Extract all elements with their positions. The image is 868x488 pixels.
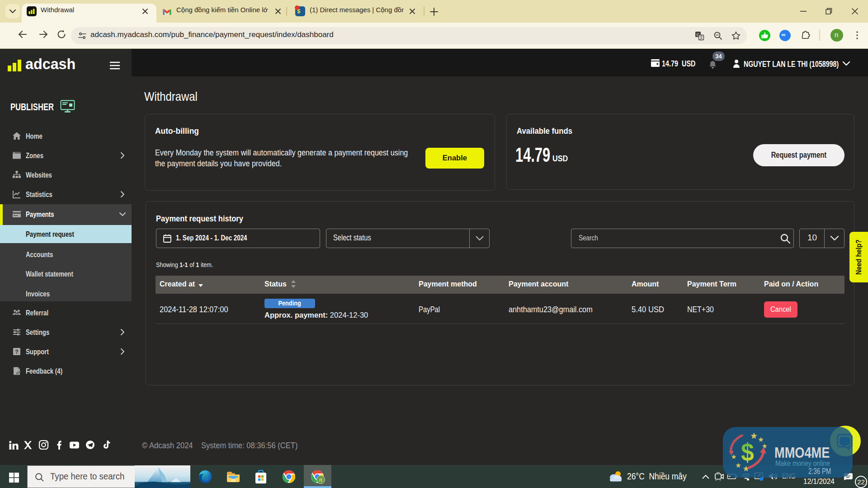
- svg-text:文: 文: [699, 35, 703, 40]
- svg-text:?: ?: [15, 349, 18, 355]
- svg-text:$: $: [741, 438, 754, 466]
